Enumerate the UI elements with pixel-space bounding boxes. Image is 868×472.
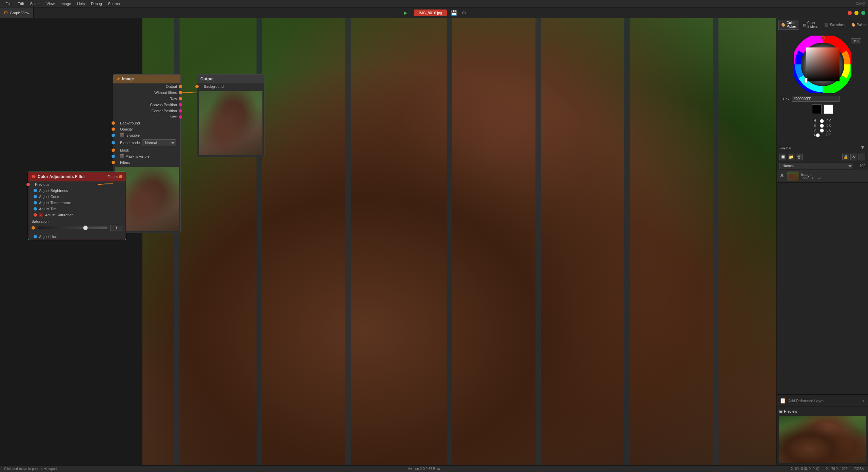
canvas-position-port[interactable] <box>179 103 182 106</box>
save-icon[interactable]: 💾 <box>451 9 458 16</box>
menu-help[interactable]: Help <box>75 1 88 6</box>
filter-filters-port[interactable] <box>119 175 122 178</box>
add-layer-button[interactable]: 🔲 <box>780 154 786 160</box>
lock-button[interactable]: 🔒 <box>842 154 849 160</box>
mask-is-visible-check[interactable]: ✓ <box>120 154 124 158</box>
output-background-label: Background <box>204 84 224 88</box>
temperature-dot[interactable] <box>34 201 37 204</box>
a-thumb[interactable] <box>816 133 820 137</box>
saturation-dot[interactable] <box>34 213 37 217</box>
preview-header: ▣ Preview <box>779 409 866 414</box>
layer-visible-icon[interactable]: 👁 <box>780 173 785 179</box>
settings-icon[interactable]: ⚙ <box>462 10 466 16</box>
title-bar: ⊞ Graph View ▶ IMG_8016.jpg 💾 ⚙ <box>0 7 868 18</box>
visibility-button[interactable]: 👁 <box>850 154 857 160</box>
mask-is-visible-port[interactable] <box>112 155 115 158</box>
menu-image[interactable]: Image <box>58 1 74 6</box>
layer-blend-select[interactable]: Normal <box>780 163 853 169</box>
more-button[interactable]: ⋯ <box>859 154 865 160</box>
main-area: ⟳ Image Output Without filters Raw Canva… <box>0 18 868 465</box>
tab-swatches[interactable]: ⬛ Swatches <box>821 22 847 28</box>
hue-label: Adjust Hue <box>39 235 57 239</box>
panel-tabs: 🎨 Color Picker ▤ Color Sliders ⬛ Swatche… <box>777 18 868 32</box>
folder-button[interactable]: 📁 <box>788 154 794 160</box>
center-position-row: Center Position <box>113 108 180 114</box>
tint-dot[interactable] <box>34 207 37 211</box>
layer-sub: 100%: Normal <box>801 177 865 180</box>
delete-layer-button[interactable]: 🗑 <box>796 154 803 160</box>
menu-debug[interactable]: Debug <box>88 1 104 6</box>
brightness-dot[interactable] <box>34 189 37 192</box>
saturation-value[interactable]: 1 <box>110 225 122 231</box>
blend-mode-label: Blend mode <box>120 141 140 145</box>
s-thumb[interactable] <box>820 124 824 128</box>
h-thumb[interactable] <box>820 119 824 123</box>
black-swatch[interactable] <box>812 104 822 114</box>
mask-row: Mask <box>113 147 180 153</box>
size-port[interactable] <box>179 115 182 119</box>
tab-palette[interactable]: 🎨 Palette <box>848 22 868 28</box>
v-thumb[interactable] <box>820 129 824 133</box>
layer-name: Image <box>801 173 865 177</box>
filters-port[interactable] <box>112 161 115 164</box>
is-visible-port[interactable] <box>112 134 115 137</box>
hsv-dropdown[interactable]: HSV <box>851 38 861 44</box>
menu-bar: File Edit Select View Image Help Debug S… <box>0 0 868 7</box>
saturation-track[interactable] <box>38 227 107 229</box>
close-button[interactable] <box>848 11 852 15</box>
status-coords: X: 0Y: 0 (0, 0, 0, 0) X: -79 Y: 1216 RGB… <box>791 467 864 471</box>
hex-input[interactable] <box>792 96 840 102</box>
preview-thumbnail <box>779 416 866 463</box>
background-port[interactable] <box>112 121 115 125</box>
raw-row: Raw <box>113 96 180 102</box>
saturation-check[interactable]: ✓ <box>39 213 43 217</box>
output-port[interactable] <box>179 85 182 88</box>
layers-expand-icon[interactable]: ▼ <box>860 144 865 151</box>
file-tab[interactable]: IMG_8016.jpg <box>414 9 447 16</box>
color-wheel[interactable] <box>794 36 851 93</box>
svg-rect-14 <box>805 78 807 83</box>
filter-item-tint: Adjust Tint <box>28 206 126 212</box>
layer-item[interactable]: 👁 Image 100%: Normal <box>777 170 868 183</box>
add-reference-layer[interactable]: 📋 Add Reference Layer ▼ <box>777 394 868 407</box>
status-bar: Click and move to pan the viewport Versi… <box>0 465 868 472</box>
blend-mode-port[interactable] <box>112 141 115 144</box>
maximize-button[interactable] <box>861 11 865 15</box>
opacity-port[interactable] <box>112 127 115 131</box>
output-background-port[interactable] <box>195 85 199 88</box>
without-filters-port[interactable] <box>179 91 182 94</box>
menu-select[interactable]: Select <box>27 1 43 6</box>
filter-collapse-icon[interactable]: Filters <box>107 175 118 179</box>
menu-view[interactable]: View <box>44 1 57 6</box>
filter-item-hue: Adjust Hue <box>28 234 126 240</box>
menu-search[interactable]: Search <box>105 1 123 6</box>
canvas-position-label: Canvas Position <box>150 103 177 107</box>
blend-mode-select[interactable]: Normal <box>142 139 176 146</box>
menu-edit[interactable]: Edit <box>15 1 27 6</box>
tab-color-picker[interactable]: 🎨 Color Picker <box>778 20 799 30</box>
add-ref-expand[interactable]: ▼ <box>862 399 865 403</box>
saturation-slider-port[interactable] <box>32 226 35 230</box>
center-position-port[interactable] <box>179 109 182 113</box>
menu-file[interactable]: File <box>3 1 14 6</box>
play-button[interactable]: ▶ <box>402 9 410 17</box>
mask-port[interactable] <box>112 149 115 152</box>
previous-port[interactable] <box>26 183 30 186</box>
saturation-thumb[interactable] <box>83 225 88 230</box>
white-swatch[interactable] <box>824 104 833 114</box>
filter-node-header: ✳ Color Adjustments Filter Filters <box>28 172 126 181</box>
raw-port[interactable] <box>179 97 182 100</box>
graph-view-tab[interactable]: ⊞ Graph View <box>0 7 34 18</box>
tab-color-sliders[interactable]: ▤ Color Sliders <box>800 20 821 30</box>
opacity-row: Opacity <box>113 126 180 132</box>
saturation-slider-label: Saturation <box>32 219 122 223</box>
contrast-dot[interactable] <box>34 195 37 198</box>
hue-dot[interactable] <box>34 235 37 238</box>
minimize-button[interactable] <box>854 11 859 15</box>
previous-row: Previous <box>28 181 126 188</box>
is-visible-check[interactable]: ✓ <box>120 133 124 137</box>
image-node-icon: ⟳ <box>117 77 120 81</box>
status-version: Version 2.0.0.65 Beta <box>408 467 440 471</box>
canvas-area[interactable]: ⟳ Image Output Without filters Raw Canva… <box>0 18 776 465</box>
add-ref-label: Add Reference Layer <box>788 399 824 403</box>
